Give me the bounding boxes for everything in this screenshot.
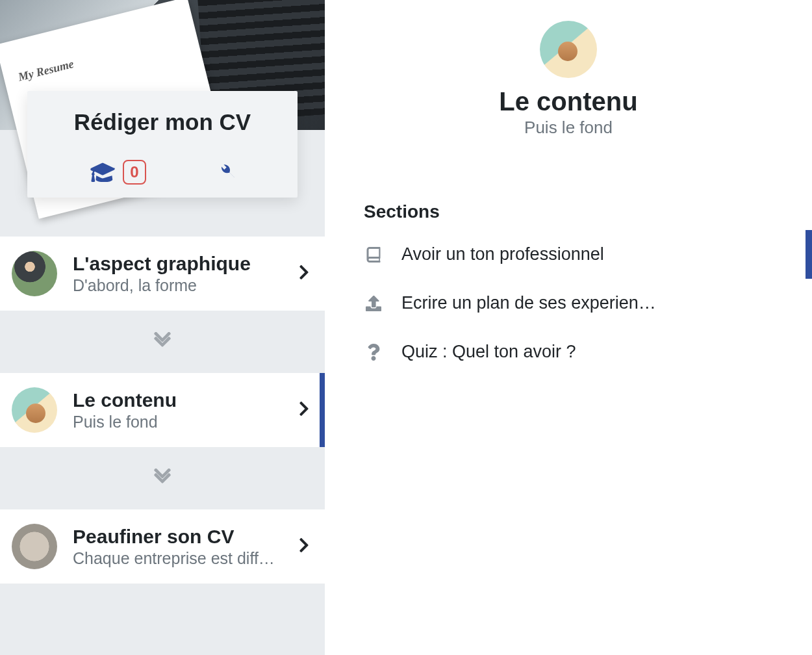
chapter-avatar	[12, 251, 57, 296]
points-count: 0	[123, 160, 146, 185]
chapter-subtitle: Puis le fond	[73, 413, 283, 431]
chevron-right-icon	[299, 536, 309, 557]
chapter-item-aspect-graphique[interactable]: L'aspect graphique D'abord, la forme	[0, 237, 325, 311]
course-title: Rédiger mon CV	[34, 109, 291, 135]
chapter-expander[interactable]	[0, 311, 325, 373]
main-subtitle: Puis le fond	[351, 118, 786, 138]
chevron-right-icon	[299, 400, 309, 420]
section-list: Avoir un ton professionnel Ecrire un pla…	[325, 230, 812, 376]
chapter-expander[interactable]	[0, 447, 325, 509]
section-label: Ecrire un plan de ses experien…	[401, 293, 793, 313]
section-label: Avoir un ton professionnel	[401, 244, 793, 264]
sidebar: Rédiger mon CV 0 L'aspect graphique D'ab…	[0, 0, 325, 655]
section-item-plan-experiences[interactable]: Ecrire un plan de ses experien…	[325, 279, 812, 328]
upload-icon	[364, 296, 383, 311]
chapter-item-peaufiner[interactable]: Peaufiner son CV Chaque entreprise est d…	[0, 509, 325, 584]
sections-heading: Sections	[364, 201, 812, 222]
section-label: Quiz : Quel ton avoir ?	[401, 342, 793, 362]
chapter-title: Le contenu	[73, 389, 283, 411]
chapter-avatar	[12, 524, 57, 569]
settings-button[interactable]	[215, 161, 235, 183]
chapter-subtitle: Chaque entreprise est diffé…	[73, 549, 283, 568]
book-icon	[364, 247, 383, 263]
chapter-avatar	[12, 387, 57, 433]
chapter-subtitle: D'abord, la forme	[73, 276, 283, 295]
section-item-quiz[interactable]: Quiz : Quel ton avoir ?	[325, 328, 812, 376]
graduation-cap-icon	[90, 162, 115, 182]
points-indicator[interactable]: 0	[90, 160, 146, 185]
main-panel: Le contenu Puis le fond Sections Avoir u…	[325, 0, 812, 655]
chevron-right-icon	[299, 263, 309, 284]
main-title: Le contenu	[351, 87, 786, 116]
section-item-ton-professionnel[interactable]: Avoir un ton professionnel	[325, 230, 812, 279]
chapter-list: L'aspect graphique D'abord, la forme Le …	[0, 237, 325, 655]
main-header: Le contenu Puis le fond	[325, 21, 812, 138]
chapter-title: Peaufiner son CV	[73, 526, 283, 548]
course-card: Rédiger mon CV 0	[27, 91, 298, 198]
chapter-title: L'aspect graphique	[73, 253, 283, 275]
question-icon	[364, 344, 383, 361]
chapter-item-le-contenu[interactable]: Le contenu Puis le fond	[0, 373, 325, 447]
main-avatar	[540, 21, 597, 78]
